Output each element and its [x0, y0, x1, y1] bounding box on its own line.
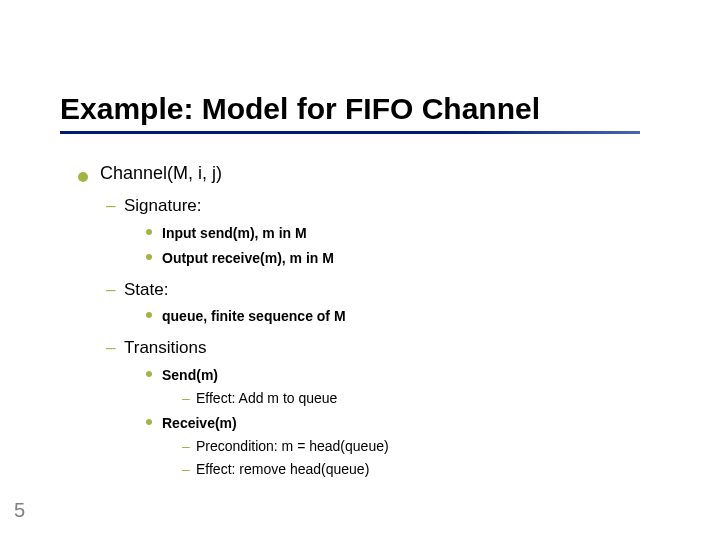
signature-label: Signature:	[124, 196, 202, 215]
receive-details: Precondition: m = head(queue) Effect: re…	[162, 436, 680, 480]
bullet-level1: Channel(M, i, j)	[78, 160, 680, 187]
signature-sublist: Input send(m), m in M Output receive(m),…	[124, 223, 680, 269]
transitions-item: Transitions Send(m) Effect: Add m to que…	[106, 335, 680, 480]
state-label: State:	[124, 280, 168, 299]
state-sublist: queue, finite sequence of M	[124, 306, 680, 327]
receive-precondition: Precondition: m = head(queue)	[182, 436, 680, 457]
send-effect: Effect: Add m to queue	[182, 388, 680, 409]
disc-icon	[78, 172, 88, 182]
transitions-sublist: Send(m) Effect: Add m to queue Receive(m…	[124, 365, 680, 480]
signature-output: Output receive(m), m in M	[146, 248, 680, 269]
slide-title: Example: Model for FIFO Channel	[60, 92, 690, 125]
state-queue: queue, finite sequence of M	[146, 306, 680, 327]
slide-content: Channel(M, i, j) Signature: Input send(m…	[78, 160, 680, 488]
receive-effect: Effect: remove head(queue)	[182, 459, 680, 480]
title-underline	[60, 131, 640, 134]
signature-item: Signature: Input send(m), m in M Output …	[106, 193, 680, 269]
slide: Example: Model for FIFO Channel Channel(…	[0, 0, 720, 540]
send-details: Effect: Add m to queue	[162, 388, 680, 409]
state-item: State: queue, finite sequence of M	[106, 277, 680, 328]
receive-name: Receive(m)	[162, 415, 237, 431]
bullet-text: Channel(M, i, j)	[100, 160, 222, 187]
signature-input: Input send(m), m in M	[146, 223, 680, 244]
transitions-label: Transitions	[124, 338, 207, 357]
page-number: 5	[14, 499, 25, 522]
title-block: Example: Model for FIFO Channel	[60, 92, 690, 134]
transition-send: Send(m) Effect: Add m to queue	[146, 365, 680, 409]
transition-receive: Receive(m) Precondition: m = head(queue)…	[146, 413, 680, 480]
send-name: Send(m)	[162, 367, 218, 383]
list-level2: Signature: Input send(m), m in M Output …	[78, 193, 680, 480]
